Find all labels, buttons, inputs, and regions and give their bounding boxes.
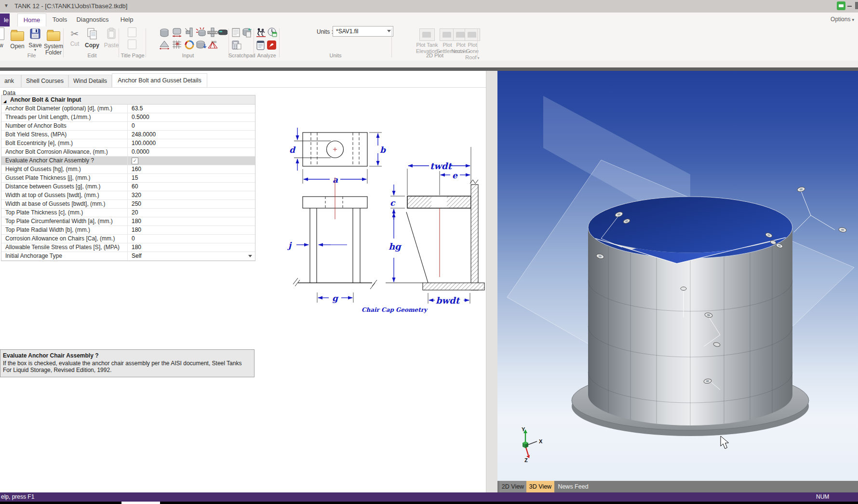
- dimension-ruler-icon[interactable]: [208, 28, 217, 37]
- tab-diagnostics[interactable]: Diagnostics: [73, 13, 112, 26]
- plot-cone-roof-icon: [465, 28, 480, 41]
- doc-tab-anchor-bolt[interactable]: Anchor Bolt and Gusset Details: [112, 73, 207, 88]
- grid-row: Number of Anchor Bolts0: [1, 122, 255, 131]
- app-icon: ▼: [4, 3, 10, 9]
- taskbar-notch: [121, 502, 160, 504]
- liquid-top-surface: [588, 197, 792, 258]
- open-folder-icon: [11, 31, 24, 41]
- evaluate-anchor-chair-checkbox[interactable]: ✓: [132, 158, 138, 164]
- grid-row: Gusset Plate Thickness [j], (mm.)15: [1, 174, 255, 183]
- group-label-title-page: Title Page: [120, 53, 146, 58]
- units-combobox[interactable]: *SAV1.fil: [333, 26, 393, 37]
- scratchpad-icons: [231, 27, 253, 52]
- tab-tools[interactable]: Tools: [48, 13, 71, 26]
- window-title: TANK 12 - [C:\TANK1\Jobs\Tbase2.tkdb]: [14, 2, 127, 10]
- svg-text:g: g: [332, 293, 339, 303]
- grid-row: Threads per Unit Length, (1/mm.)0.5000: [1, 113, 255, 122]
- tab-2d-view[interactable]: 2D View: [499, 481, 526, 492]
- dim-twdt: [407, 147, 471, 195]
- tank-down-icon[interactable]: [197, 41, 206, 48]
- doc-tab-tank-data[interactable]: ank Data: [0, 75, 21, 88]
- title-page-button: [123, 27, 141, 51]
- status-help-text: elp, press F1: [1, 492, 34, 502]
- grid-row: Corrosion Allowance on Chairs [Ca], (mm.…: [1, 235, 255, 243]
- calculator-icon[interactable]: [232, 41, 241, 49]
- 3d-viewport[interactable]: Y X Z: [497, 71, 858, 481]
- svg-text:twdt: twdt: [430, 161, 452, 171]
- diagram-caption: Chair Cap Geometry: [362, 306, 428, 313]
- open-button[interactable]: Open: [8, 27, 27, 50]
- grid-row: Width at base of Gussets [bwdt], (mm.)25…: [1, 200, 255, 209]
- minimize-button[interactable]: [847, 6, 852, 7]
- copy-button[interactable]: Copy: [83, 27, 101, 49]
- new-button[interactable]: ew: [0, 27, 6, 49]
- svg-text:c: c: [390, 198, 396, 208]
- view-tab-bar: 2D View 3D View News Feed: [497, 481, 858, 492]
- ribbon: ew Open Save System Folder File ✂ Cut: [0, 27, 858, 61]
- panel-splitter[interactable]: [486, 71, 498, 492]
- units-value: *SAV1.fil: [336, 28, 358, 35]
- tab-news-feed[interactable]: News Feed: [555, 481, 591, 492]
- clipboard-icon: [106, 27, 117, 40]
- svg-text:2000: 2000: [211, 40, 216, 43]
- title-page-alt-icon: [128, 40, 136, 49]
- svg-text:a: a: [333, 175, 338, 185]
- doc-tab-shell-courses[interactable]: Shell Courses: [21, 75, 68, 88]
- units-label: Units :: [317, 28, 333, 35]
- group-label-units: Units: [280, 53, 391, 58]
- axis-label-z: Z: [524, 457, 528, 463]
- svg-text:e: e: [452, 171, 458, 180]
- wind-load-icon[interactable]: [196, 27, 205, 36]
- analyze-icons: [256, 27, 278, 52]
- grid-section-header[interactable]: ◢ Anchor Bolt & Chair Input: [1, 95, 255, 105]
- notification-icon[interactable]: [837, 1, 845, 10]
- report-doc-icon[interactable]: [257, 41, 264, 50]
- options-menu[interactable]: Options: [831, 16, 854, 23]
- cone-dimension-icon[interactable]: [160, 41, 169, 50]
- grid-row: Distance between Gussets [g], (mm.)60: [1, 183, 255, 191]
- truss-2000-icon[interactable]: 2000: [208, 40, 217, 48]
- tank-import-icon[interactable]: [243, 28, 252, 37]
- ribbon-tab-row: le Home Tools Diagnostics Help Options: [0, 13, 858, 27]
- grid-row: Top Plate Radial Width [b], (mm.)180: [1, 226, 255, 235]
- application-window: ▼ TANK 12 - [C:\TANK1\Jobs\Tbase2.tkdb] …: [0, 0, 858, 504]
- tank-3d-scene: Y X Z: [497, 71, 858, 481]
- nozzle-icon[interactable]: [185, 28, 192, 37]
- tab-home[interactable]: Home: [17, 13, 46, 27]
- clock-report-icon[interactable]: [268, 28, 277, 37]
- tab-help[interactable]: Help: [116, 13, 138, 26]
- initial-anchorage-dropdown[interactable]: Self: [128, 252, 255, 260]
- grid-row: Bolt Eccentricity [e], (mm.)100.0000: [1, 139, 255, 148]
- tab-file[interactable]: le: [0, 13, 10, 27]
- input-icons: 2000: [159, 27, 228, 52]
- pdf-icon[interactable]: [267, 40, 276, 50]
- tank-icon[interactable]: [161, 29, 168, 37]
- group-label-2d-plot: 2D Plot: [392, 53, 477, 58]
- run-analysis-icon[interactable]: [256, 28, 266, 37]
- tab-strip-line: [0, 87, 486, 88]
- save-button[interactable]: Save: [27, 27, 43, 52]
- title-bar: ▼ TANK 12 - [C:\TANK1\Jobs\Tbase2.tkdb]: [0, 0, 858, 13]
- grid-row-evaluate-anchor-chair: Evaluate Anchor Chair Assembly ? ✓: [1, 157, 255, 165]
- window-control-partial-icon[interactable]: [855, 2, 858, 9]
- shell-width-icon[interactable]: [173, 28, 181, 37]
- roof-fitting-icon[interactable]: [218, 30, 228, 35]
- refresh-ring-icon[interactable]: [186, 41, 193, 49]
- system-folder-button[interactable]: System Folder: [43, 27, 64, 56]
- svg-text:d: d: [289, 145, 296, 155]
- front-view: [293, 177, 377, 289]
- notes-icon[interactable]: [232, 28, 240, 37]
- grid-row-initial-anchorage: Initial Anchorage Type Self: [1, 252, 255, 261]
- side-view: [386, 171, 484, 290]
- tab-3d-view[interactable]: 3D View: [526, 481, 554, 492]
- svg-text:hg: hg: [389, 241, 402, 252]
- doc-tab-wind-details[interactable]: Wind Details: [68, 75, 112, 88]
- scissors-icon: ✂: [67, 27, 82, 40]
- grid-mesh-icon[interactable]: [173, 40, 181, 49]
- chevron-down-icon: [387, 30, 391, 32]
- chevron-down-icon[interactable]: [248, 255, 252, 257]
- group-label-input: Input: [147, 53, 228, 58]
- grid-row: Top Plate Thickness [c], (mm.)20: [1, 209, 255, 217]
- help-body: If the box is checked, evaluate the anch…: [3, 360, 250, 373]
- grid-row: Top Plate Circumferential Width [a], (mm…: [1, 217, 255, 226]
